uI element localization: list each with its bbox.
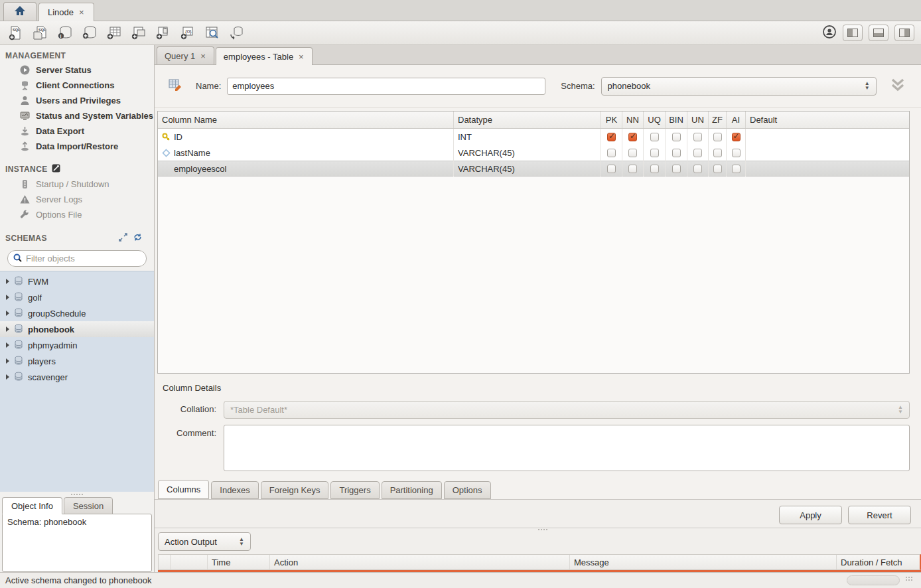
- tab-options[interactable]: Options: [444, 481, 491, 499]
- column-default[interactable]: [746, 129, 909, 145]
- sidebar-item-data-export[interactable]: Data Export: [0, 123, 154, 139]
- expander-icon[interactable]: [6, 342, 9, 348]
- uq-checkbox[interactable]: [650, 149, 659, 157]
- schema-item-players[interactable]: players: [0, 353, 154, 369]
- ai-checkbox[interactable]: [732, 165, 741, 173]
- zf-checkbox[interactable]: [713, 165, 722, 173]
- bin-checkbox[interactable]: [672, 165, 681, 173]
- tab-triggers[interactable]: Triggers: [330, 481, 379, 499]
- schema-item-scavenger[interactable]: scavenger: [0, 369, 154, 385]
- pk-checkbox[interactable]: [607, 133, 616, 141]
- nn-checkbox[interactable]: [628, 133, 637, 141]
- sidebar-splitter-handle[interactable]: [0, 492, 154, 497]
- output-header-action[interactable]: Action: [270, 555, 570, 569]
- close-icon[interactable]: ×: [200, 51, 206, 61]
- close-icon[interactable]: ×: [78, 7, 85, 17]
- expander-icon[interactable]: [6, 358, 9, 364]
- sidebar-item-startup-shutdown[interactable]: Startup / Shutdown: [0, 177, 154, 192]
- header-uq[interactable]: UQ: [644, 111, 666, 128]
- un-checkbox[interactable]: [693, 133, 702, 141]
- collation-select[interactable]: *Table Default* ▲▼: [224, 401, 910, 419]
- column-row-employeescol[interactable]: employeescol VARCHAR(45): [158, 161, 909, 177]
- schema-item-phonebook[interactable]: phonebook: [0, 321, 154, 337]
- header-zf[interactable]: ZF: [709, 111, 727, 128]
- nn-checkbox[interactable]: [628, 149, 637, 157]
- apply-button[interactable]: Apply: [779, 506, 842, 524]
- refresh-schemas-icon[interactable]: [133, 233, 142, 244]
- tab-employees-table[interactable]: employees - Table ×: [216, 47, 313, 65]
- tab-partitioning[interactable]: Partitioning: [382, 481, 442, 499]
- sidebar-item-data-import-restore[interactable]: Data Import/Restore: [0, 139, 154, 154]
- expander-icon[interactable]: [6, 295, 9, 300]
- pk-checkbox[interactable]: [607, 149, 616, 157]
- create-procedure-button[interactable]: [154, 24, 172, 42]
- sidebar-item-options-file[interactable]: Options File: [0, 207, 154, 222]
- column-row-lastname[interactable]: lastName VARCHAR(45): [158, 145, 909, 161]
- tab-query-1[interactable]: Query 1 ×: [157, 46, 214, 64]
- reconnect-dbms-button[interactable]: [228, 24, 246, 42]
- open-sql-script-button[interactable]: SQL: [31, 24, 49, 42]
- new-sql-tab-button[interactable]: SQL: [7, 24, 25, 42]
- expander-icon[interactable]: [6, 279, 9, 284]
- expander-icon[interactable]: [6, 374, 9, 380]
- toggle-secondary-sidebar-button[interactable]: [894, 25, 914, 41]
- column-row-id[interactable]: ID INT: [158, 129, 909, 145]
- expander-icon[interactable]: [6, 327, 9, 332]
- schema-filter-box[interactable]: [7, 250, 147, 267]
- revert-button[interactable]: Revert: [848, 506, 911, 524]
- toggle-sidebar-button[interactable]: [843, 25, 863, 41]
- tab-indexes[interactable]: Indexes: [211, 481, 259, 499]
- tab-columns[interactable]: Columns: [158, 480, 209, 499]
- nn-checkbox[interactable]: [628, 165, 637, 173]
- table-name-input[interactable]: [227, 78, 545, 95]
- tab-session[interactable]: Session: [64, 497, 113, 514]
- zf-checkbox[interactable]: [713, 133, 722, 141]
- output-header-message[interactable]: Message: [570, 555, 837, 569]
- expand-schemas-icon[interactable]: [119, 233, 127, 244]
- create-table-button[interactable]: [105, 24, 123, 42]
- sidebar-item-users-privileges[interactable]: Users and Privileges: [0, 93, 154, 108]
- bin-checkbox[interactable]: [672, 133, 681, 141]
- zf-checkbox[interactable]: [713, 149, 722, 157]
- grid-empty-area[interactable]: [158, 177, 909, 373]
- output-header-duration-fetch[interactable]: Duration / Fetch: [837, 555, 920, 569]
- schema-select[interactable]: phonebook ▲▼: [601, 77, 877, 96]
- column-default[interactable]: [746, 161, 909, 177]
- header-pk[interactable]: PK: [601, 111, 622, 128]
- schema-filter-input[interactable]: [26, 254, 141, 263]
- sidebar-item-client-connections[interactable]: Client Connections: [0, 78, 154, 93]
- comment-textarea[interactable]: [224, 425, 910, 471]
- sidebar-item-server-status[interactable]: Server Status: [0, 62, 154, 78]
- header-bin[interactable]: BIN: [666, 111, 687, 128]
- output-header-time[interactable]: Time: [208, 555, 270, 569]
- header-column-name[interactable]: Column Name: [158, 111, 454, 128]
- expand-details-chevron-icon[interactable]: [889, 78, 906, 94]
- schema-item-groupschedule[interactable]: groupSchedule: [0, 305, 154, 321]
- output-type-select[interactable]: Action Output ▲▼: [158, 532, 251, 551]
- un-checkbox[interactable]: [693, 165, 702, 173]
- close-icon[interactable]: ×: [298, 52, 305, 62]
- resize-grip[interactable]: [905, 576, 916, 585]
- create-schema-button[interactable]: [80, 24, 98, 42]
- uq-checkbox[interactable]: [650, 165, 659, 173]
- header-ai[interactable]: AI: [727, 111, 746, 128]
- schema-item-fwm[interactable]: FWM: [0, 273, 154, 289]
- header-datatype[interactable]: Datatype: [454, 111, 601, 128]
- create-function-button[interactable]: {0}: [178, 24, 196, 42]
- sidebar-item-status-system-variables[interactable]: Status and System Variables: [0, 108, 154, 123]
- schema-item-phpmyadmin[interactable]: phpmyadmin: [0, 337, 154, 353]
- sidebar-item-server-logs[interactable]: Server Logs: [0, 192, 154, 207]
- toggle-output-area-button[interactable]: [869, 25, 888, 41]
- header-un[interactable]: UN: [687, 111, 709, 128]
- header-nn[interactable]: NN: [622, 111, 644, 128]
- home-tab[interactable]: [3, 2, 36, 21]
- ai-checkbox[interactable]: [732, 149, 741, 157]
- connection-tab-linode[interactable]: Linode ×: [38, 3, 94, 21]
- schema-item-golf[interactable]: golf: [0, 289, 154, 305]
- un-checkbox[interactable]: [693, 149, 702, 157]
- tab-foreign-keys[interactable]: Foreign Keys: [261, 481, 329, 499]
- tab-object-info[interactable]: Object Info: [2, 497, 62, 514]
- output-splitter-handle[interactable]: [538, 529, 547, 530]
- pk-checkbox[interactable]: [607, 165, 616, 173]
- expander-icon[interactable]: [6, 311, 9, 316]
